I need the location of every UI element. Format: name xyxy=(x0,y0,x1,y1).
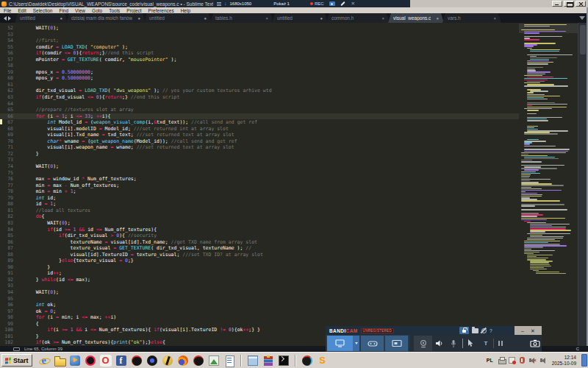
tab-close-icon[interactable]: × xyxy=(378,16,384,21)
menu-item-file[interactable]: File xyxy=(4,8,11,13)
rec-indicator[interactable]: REC xyxy=(310,1,324,6)
overlay-close-icon[interactable]: ✕ xyxy=(351,1,355,7)
screenshot-camera-icon[interactable] xyxy=(329,1,335,6)
screen-mode-dropdown[interactable] xyxy=(353,336,359,351)
line-number: 85 xyxy=(0,233,13,239)
lock-button[interactable] xyxy=(459,327,469,334)
tab-close-icon[interactable]: × xyxy=(490,16,496,21)
tab-common-h[interactable]: common.h× xyxy=(326,13,390,23)
menu-item-edit[interactable]: Edit xyxy=(18,8,26,13)
minimap[interactable] xyxy=(519,23,578,282)
modified-dot-icon[interactable]: ● xyxy=(56,16,62,21)
minimap-line xyxy=(527,99,548,99)
tab-visual-weapons-c[interactable]: visual_weapons.c● xyxy=(388,13,444,23)
tab-untitled[interactable]: untitled● xyxy=(272,13,328,23)
media-player-icon[interactable] xyxy=(69,355,81,367)
window-app-icon[interactable] xyxy=(247,355,259,367)
opera-icon[interactable]: O xyxy=(100,355,112,367)
speaker-audio-button[interactable] xyxy=(434,336,445,351)
shield-tray-icon[interactable] xyxy=(518,356,526,364)
taskbar: Start eOfS PL × 12:14 2025-10-09 xyxy=(0,352,588,368)
menu-item-view[interactable]: View xyxy=(75,8,85,13)
download-arrow-icon[interactable]: ↓ xyxy=(224,1,227,6)
firefox-icon[interactable] xyxy=(177,355,189,367)
device-recording-mode-button[interactable] xyxy=(385,336,408,351)
cursor-position: Line 65, Column 39 xyxy=(24,347,62,351)
menu-item-tools[interactable]: Tools xyxy=(109,8,120,13)
syntax-selector[interactable]: C xyxy=(576,347,579,351)
modified-dot-icon[interactable]: ● xyxy=(200,16,207,21)
pause-button[interactable] xyxy=(496,336,505,351)
line-content: dir_txd_visual = LOAD_TXD( "dws_weapons"… xyxy=(13,88,272,94)
maximize-button[interactable] xyxy=(564,1,574,7)
tab-label: untitled xyxy=(20,15,35,21)
folder-icon[interactable] xyxy=(54,355,65,367)
modified-dot-icon[interactable]: ● xyxy=(134,16,140,21)
opera-gx-icon[interactable] xyxy=(85,355,96,367)
code-view[interactable]: 52 WAIT(0);5354 //first;55 comdir = LOAD… xyxy=(0,25,519,346)
tab-untitled[interactable]: untitled● xyxy=(15,13,68,23)
menu-item-help[interactable]: Help xyxy=(181,8,190,13)
tab-dzisiaj-mam-dla-moich-fan-w[interactable]: dzisiaj mam dla moich fanów● xyxy=(66,13,146,23)
color-app-icon[interactable] xyxy=(301,355,313,367)
printer-tray-icon[interactable] xyxy=(498,356,506,364)
tab-scroll-right-icon[interactable] xyxy=(8,16,11,21)
mouse-effect-button[interactable] xyxy=(465,336,476,351)
speaker-tray-icon[interactable] xyxy=(539,356,547,364)
tab-scroll-arrows[interactable] xyxy=(0,13,15,23)
facebook-icon[interactable]: f xyxy=(115,355,127,367)
text-overlay-button[interactable]: T xyxy=(481,336,490,351)
line-number: 76 xyxy=(0,176,13,183)
output-folder-icon[interactable] xyxy=(472,328,478,333)
aimp-icon[interactable] xyxy=(131,355,143,367)
draw-pencil-icon[interactable] xyxy=(340,1,345,6)
winrar-icon[interactable] xyxy=(262,355,274,367)
notes-icon[interactable] xyxy=(223,355,235,367)
menu-item-find[interactable]: Find xyxy=(59,8,68,13)
display-select-label[interactable]: Pokaż 1 xyxy=(273,1,290,6)
tab-tables-h[interactable]: tables.h× xyxy=(210,13,273,23)
start-button[interactable]: Start xyxy=(1,354,32,367)
internet-explorer-icon[interactable]: e xyxy=(38,355,50,367)
volume-muted-tray-icon[interactable]: × xyxy=(528,356,537,364)
show-desktop-button[interactable] xyxy=(581,354,587,367)
gamepad-icon xyxy=(368,340,378,347)
screen-recording-mode-button[interactable] xyxy=(327,336,353,351)
tab-vars-h[interactable]: vars.h× xyxy=(442,13,501,23)
menu-item-selection[interactable]: Selection xyxy=(33,8,53,13)
language-indicator[interactable]: PL xyxy=(487,358,493,363)
tab-overflow-icon[interactable] xyxy=(579,16,585,20)
bandicam-minimize-icon[interactable]: – xyxy=(521,328,524,333)
bandicam-close-icon[interactable]: ✕ xyxy=(531,328,535,333)
tab-scroll-left-icon[interactable] xyxy=(4,16,7,21)
bandicam-menu-icon[interactable] xyxy=(217,2,221,6)
image-viewer-icon[interactable] xyxy=(208,355,220,367)
dark-app-icon[interactable] xyxy=(146,355,158,367)
help-icon[interactable]: ? xyxy=(490,328,492,333)
menu-item-goto[interactable]: Goto xyxy=(92,8,102,13)
status-panel-icon[interactable] xyxy=(13,347,20,351)
modified-dot-icon[interactable]: ● xyxy=(432,16,439,21)
sublime-text-icon[interactable]: S xyxy=(317,355,329,367)
tab-untitled[interactable]: untitled● xyxy=(144,13,212,23)
taskbar-clock[interactable]: 12:14 2025-10-09 xyxy=(552,355,576,366)
close-button[interactable] xyxy=(576,1,586,7)
webcam-overlay-button[interactable] xyxy=(414,336,432,351)
tab-close-icon[interactable]: × xyxy=(262,16,268,21)
snapshot-button[interactable] xyxy=(529,336,541,351)
settings-gear-icon[interactable] xyxy=(481,328,487,333)
game-recording-mode-button[interactable] xyxy=(361,336,384,351)
modified-dot-icon[interactable]: ● xyxy=(316,16,323,21)
app-tray-icon[interactable] xyxy=(508,356,516,364)
minimap-line xyxy=(521,190,562,191)
winamp-icon[interactable] xyxy=(162,355,173,367)
minimap-line xyxy=(530,57,557,58)
aimp-2-icon[interactable] xyxy=(193,355,204,367)
scrollbar-thumb[interactable] xyxy=(580,25,586,54)
editor-area[interactable]: 52 WAIT(0);5354 //first;55 comdir = LOAD… xyxy=(0,23,588,346)
minimize-button[interactable] xyxy=(552,1,562,7)
menu-item-project[interactable]: Project xyxy=(126,8,141,13)
terminal-icon[interactable] xyxy=(278,355,290,367)
microphone-button[interactable] xyxy=(448,336,459,351)
menu-item-preferences[interactable]: Preferences xyxy=(148,8,174,13)
